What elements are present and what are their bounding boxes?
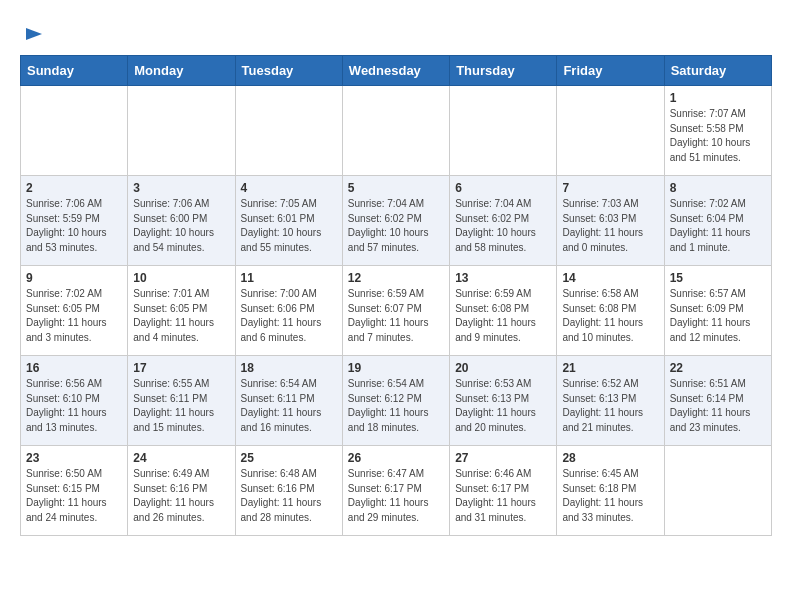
day-info: Sunrise: 7:03 AM Sunset: 6:03 PM Dayligh… xyxy=(562,197,658,255)
day-number: 8 xyxy=(670,181,766,195)
day-info: Sunrise: 7:06 AM Sunset: 5:59 PM Dayligh… xyxy=(26,197,122,255)
day-info: Sunrise: 7:07 AM Sunset: 5:58 PM Dayligh… xyxy=(670,107,766,165)
day-info: Sunrise: 7:04 AM Sunset: 6:02 PM Dayligh… xyxy=(348,197,444,255)
day-cell: 22Sunrise: 6:51 AM Sunset: 6:14 PM Dayli… xyxy=(664,356,771,446)
week-row-3: 9Sunrise: 7:02 AM Sunset: 6:05 PM Daylig… xyxy=(21,266,772,356)
page-header xyxy=(20,20,772,45)
day-cell: 8Sunrise: 7:02 AM Sunset: 6:04 PM Daylig… xyxy=(664,176,771,266)
week-row-5: 23Sunrise: 6:50 AM Sunset: 6:15 PM Dayli… xyxy=(21,446,772,536)
day-info: Sunrise: 7:01 AM Sunset: 6:05 PM Dayligh… xyxy=(133,287,229,345)
day-cell: 20Sunrise: 6:53 AM Sunset: 6:13 PM Dayli… xyxy=(450,356,557,446)
day-cell xyxy=(342,86,449,176)
day-cell: 11Sunrise: 7:00 AM Sunset: 6:06 PM Dayli… xyxy=(235,266,342,356)
day-number: 15 xyxy=(670,271,766,285)
day-info: Sunrise: 6:52 AM Sunset: 6:13 PM Dayligh… xyxy=(562,377,658,435)
day-number: 17 xyxy=(133,361,229,375)
day-number: 22 xyxy=(670,361,766,375)
day-number: 7 xyxy=(562,181,658,195)
day-cell: 12Sunrise: 6:59 AM Sunset: 6:07 PM Dayli… xyxy=(342,266,449,356)
day-number: 16 xyxy=(26,361,122,375)
day-cell: 19Sunrise: 6:54 AM Sunset: 6:12 PM Dayli… xyxy=(342,356,449,446)
day-cell: 2Sunrise: 7:06 AM Sunset: 5:59 PM Daylig… xyxy=(21,176,128,266)
day-cell: 15Sunrise: 6:57 AM Sunset: 6:09 PM Dayli… xyxy=(664,266,771,356)
day-info: Sunrise: 6:45 AM Sunset: 6:18 PM Dayligh… xyxy=(562,467,658,525)
day-info: Sunrise: 7:02 AM Sunset: 6:04 PM Dayligh… xyxy=(670,197,766,255)
day-cell: 27Sunrise: 6:46 AM Sunset: 6:17 PM Dayli… xyxy=(450,446,557,536)
day-cell: 4Sunrise: 7:05 AM Sunset: 6:01 PM Daylig… xyxy=(235,176,342,266)
day-cell: 28Sunrise: 6:45 AM Sunset: 6:18 PM Dayli… xyxy=(557,446,664,536)
day-info: Sunrise: 6:56 AM Sunset: 6:10 PM Dayligh… xyxy=(26,377,122,435)
day-cell: 25Sunrise: 6:48 AM Sunset: 6:16 PM Dayli… xyxy=(235,446,342,536)
logo xyxy=(20,25,46,45)
day-info: Sunrise: 7:05 AM Sunset: 6:01 PM Dayligh… xyxy=(241,197,337,255)
day-number: 19 xyxy=(348,361,444,375)
day-cell: 1Sunrise: 7:07 AM Sunset: 5:58 PM Daylig… xyxy=(664,86,771,176)
day-number: 9 xyxy=(26,271,122,285)
day-cell xyxy=(128,86,235,176)
day-cell: 24Sunrise: 6:49 AM Sunset: 6:16 PM Dayli… xyxy=(128,446,235,536)
day-number: 18 xyxy=(241,361,337,375)
day-info: Sunrise: 6:57 AM Sunset: 6:09 PM Dayligh… xyxy=(670,287,766,345)
week-row-1: 1Sunrise: 7:07 AM Sunset: 5:58 PM Daylig… xyxy=(21,86,772,176)
day-number: 27 xyxy=(455,451,551,465)
day-cell: 14Sunrise: 6:58 AM Sunset: 6:08 PM Dayli… xyxy=(557,266,664,356)
day-info: Sunrise: 6:47 AM Sunset: 6:17 PM Dayligh… xyxy=(348,467,444,525)
day-cell: 26Sunrise: 6:47 AM Sunset: 6:17 PM Dayli… xyxy=(342,446,449,536)
week-row-2: 2Sunrise: 7:06 AM Sunset: 5:59 PM Daylig… xyxy=(21,176,772,266)
day-number: 10 xyxy=(133,271,229,285)
day-number: 6 xyxy=(455,181,551,195)
day-cell: 18Sunrise: 6:54 AM Sunset: 6:11 PM Dayli… xyxy=(235,356,342,446)
day-cell xyxy=(21,86,128,176)
day-number: 5 xyxy=(348,181,444,195)
weekday-header-tuesday: Tuesday xyxy=(235,56,342,86)
weekday-header-saturday: Saturday xyxy=(664,56,771,86)
day-number: 2 xyxy=(26,181,122,195)
logo-flag-icon xyxy=(22,25,46,49)
day-cell xyxy=(235,86,342,176)
weekday-header-monday: Monday xyxy=(128,56,235,86)
day-info: Sunrise: 6:59 AM Sunset: 6:08 PM Dayligh… xyxy=(455,287,551,345)
day-number: 12 xyxy=(348,271,444,285)
day-info: Sunrise: 7:00 AM Sunset: 6:06 PM Dayligh… xyxy=(241,287,337,345)
day-cell: 23Sunrise: 6:50 AM Sunset: 6:15 PM Dayli… xyxy=(21,446,128,536)
day-number: 25 xyxy=(241,451,337,465)
day-number: 1 xyxy=(670,91,766,105)
weekday-header-sunday: Sunday xyxy=(21,56,128,86)
day-cell: 16Sunrise: 6:56 AM Sunset: 6:10 PM Dayli… xyxy=(21,356,128,446)
day-info: Sunrise: 6:58 AM Sunset: 6:08 PM Dayligh… xyxy=(562,287,658,345)
day-cell: 10Sunrise: 7:01 AM Sunset: 6:05 PM Dayli… xyxy=(128,266,235,356)
day-info: Sunrise: 7:06 AM Sunset: 6:00 PM Dayligh… xyxy=(133,197,229,255)
day-info: Sunrise: 6:53 AM Sunset: 6:13 PM Dayligh… xyxy=(455,377,551,435)
day-info: Sunrise: 6:46 AM Sunset: 6:17 PM Dayligh… xyxy=(455,467,551,525)
weekday-header-thursday: Thursday xyxy=(450,56,557,86)
day-number: 14 xyxy=(562,271,658,285)
day-number: 3 xyxy=(133,181,229,195)
day-info: Sunrise: 6:51 AM Sunset: 6:14 PM Dayligh… xyxy=(670,377,766,435)
svg-marker-0 xyxy=(26,28,42,40)
day-info: Sunrise: 7:04 AM Sunset: 6:02 PM Dayligh… xyxy=(455,197,551,255)
day-number: 20 xyxy=(455,361,551,375)
day-number: 4 xyxy=(241,181,337,195)
day-number: 26 xyxy=(348,451,444,465)
day-cell xyxy=(557,86,664,176)
day-cell: 17Sunrise: 6:55 AM Sunset: 6:11 PM Dayli… xyxy=(128,356,235,446)
day-cell xyxy=(450,86,557,176)
day-cell: 7Sunrise: 7:03 AM Sunset: 6:03 PM Daylig… xyxy=(557,176,664,266)
weekday-header-wednesday: Wednesday xyxy=(342,56,449,86)
day-cell: 21Sunrise: 6:52 AM Sunset: 6:13 PM Dayli… xyxy=(557,356,664,446)
weekday-header-row: SundayMondayTuesdayWednesdayThursdayFrid… xyxy=(21,56,772,86)
day-cell: 9Sunrise: 7:02 AM Sunset: 6:05 PM Daylig… xyxy=(21,266,128,356)
day-cell xyxy=(664,446,771,536)
weekday-header-friday: Friday xyxy=(557,56,664,86)
day-info: Sunrise: 6:49 AM Sunset: 6:16 PM Dayligh… xyxy=(133,467,229,525)
day-cell: 6Sunrise: 7:04 AM Sunset: 6:02 PM Daylig… xyxy=(450,176,557,266)
day-info: Sunrise: 7:02 AM Sunset: 6:05 PM Dayligh… xyxy=(26,287,122,345)
calendar-table: SundayMondayTuesdayWednesdayThursdayFrid… xyxy=(20,55,772,536)
day-info: Sunrise: 6:54 AM Sunset: 6:12 PM Dayligh… xyxy=(348,377,444,435)
day-info: Sunrise: 6:59 AM Sunset: 6:07 PM Dayligh… xyxy=(348,287,444,345)
day-info: Sunrise: 6:48 AM Sunset: 6:16 PM Dayligh… xyxy=(241,467,337,525)
day-info: Sunrise: 6:50 AM Sunset: 6:15 PM Dayligh… xyxy=(26,467,122,525)
day-number: 21 xyxy=(562,361,658,375)
day-cell: 3Sunrise: 7:06 AM Sunset: 6:00 PM Daylig… xyxy=(128,176,235,266)
day-info: Sunrise: 6:54 AM Sunset: 6:11 PM Dayligh… xyxy=(241,377,337,435)
